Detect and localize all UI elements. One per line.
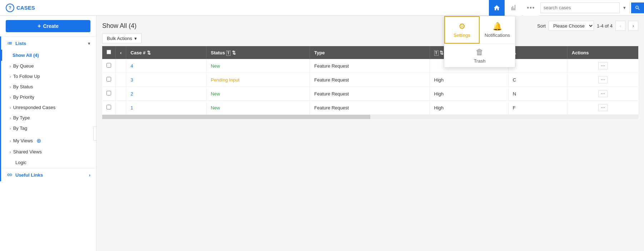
sidebar-item-by-queue[interactable]: › By Queue <box>1 61 96 71</box>
row-checkbox-cell <box>102 87 116 101</box>
horizontal-scrollbar[interactable] <box>102 115 638 119</box>
toolbar: Bulk Actions ▾ <box>96 34 644 46</box>
main-header: Show All (4) Sort Please Choose 1-4 of 4… <box>96 16 644 34</box>
sidebar-item-my-views[interactable]: › My Views ⊕ <box>1 135 96 147</box>
row-actions-button[interactable]: ⋯ <box>598 90 608 97</box>
row-actions-cell: ⋯ <box>567 73 638 87</box>
row-checkbox-cell <box>102 59 116 73</box>
table-row: 3 Pending Input Feature Request High C ⋯ <box>102 73 638 87</box>
col-case-number: Case # ⇅ <box>126 46 206 59</box>
lists-header[interactable]: Lists ▾ <box>1 36 96 50</box>
pagination-prev-button[interactable]: ‹ <box>615 21 625 31</box>
search-go-button[interactable] <box>631 3 644 13</box>
chevron-right-icon: › <box>10 95 11 99</box>
scrollbar-thumb[interactable] <box>102 115 370 119</box>
row-status: New <box>206 87 310 101</box>
bulk-actions-button[interactable]: Bulk Actions ▾ <box>102 34 142 43</box>
sidebar-item-show-all[interactable]: Show All (4) <box>1 50 96 61</box>
notifications-popup-item[interactable]: 🔔 Notifications <box>480 16 515 44</box>
notifications-label: Notifications <box>485 33 510 38</box>
chevron-right-icon: › <box>10 85 11 89</box>
create-button[interactable]: + Create <box>6 20 90 32</box>
sidebar-item-logic[interactable]: Logic <box>1 157 96 168</box>
row-checkbox-cell <box>102 73 116 87</box>
by-type-label: By Type <box>13 115 30 120</box>
show-all-label: Show All (4) <box>13 53 39 58</box>
home-button[interactable] <box>489 0 505 16</box>
chevron-right-icon: › <box>10 74 11 79</box>
select-all-checkbox[interactable] <box>106 50 111 54</box>
chevron-right-icon: › <box>10 126 11 131</box>
row-case-number[interactable]: 4 <box>126 59 206 73</box>
pagination-next-button[interactable]: › <box>628 21 638 31</box>
col-checkbox <box>102 46 116 59</box>
row-priority: High <box>430 101 508 115</box>
lists-chevron-down-icon: ▾ <box>88 41 90 46</box>
by-priority-label: By Priority <box>13 94 34 100</box>
row-type: Feature Request <box>310 59 430 73</box>
row-case-number[interactable]: 3 <box>126 73 206 87</box>
main-content: Show All (4) Sort Please Choose 1-4 of 4… <box>96 16 644 251</box>
sidebar-item-by-type[interactable]: › By Type <box>1 113 96 123</box>
search-dropdown-button[interactable]: ▾ <box>619 3 629 13</box>
sidebar-item-by-status[interactable]: › By Status <box>1 82 96 92</box>
by-queue-label: By Queue <box>13 63 34 69</box>
row-checkbox[interactable] <box>106 63 111 68</box>
row-case-number[interactable]: 1 <box>126 101 206 115</box>
trash-icon: 🗑 <box>476 48 484 57</box>
row-actions-button[interactable]: ⋯ <box>598 62 608 69</box>
to-follow-up-label: To Follow Up <box>13 74 40 79</box>
table-wrapper: ‹ Case # ⇅ Status T ⇅ Type T <box>96 46 644 115</box>
sort-select[interactable]: Please Choose <box>549 21 594 31</box>
useful-links-header[interactable]: Useful Links › <box>1 168 96 181</box>
row-checkbox[interactable] <box>106 105 111 109</box>
row-checkbox[interactable] <box>106 77 111 82</box>
status-sort-icon[interactable]: ⇅ <box>232 50 236 55</box>
row-actions-button[interactable]: ⋯ <box>598 104 608 111</box>
by-status-label: By Status <box>13 84 33 89</box>
search-input[interactable] <box>541 5 619 10</box>
my-views-label: My Views <box>13 138 33 143</box>
row-status: Pending Input <box>206 73 310 87</box>
unresponded-label: Unresponded Cases <box>13 105 56 110</box>
top-navigation: ? CASES ••• ▾ <box>0 0 644 16</box>
row-extra: F <box>508 101 567 115</box>
col-type: Type <box>310 46 430 59</box>
table-row: 1 New Feature Request High F ⋯ <box>102 101 638 115</box>
text-filter-icon-2[interactable]: T <box>434 50 439 56</box>
pagination-info: 1-4 of 4 <box>597 23 613 29</box>
sidebar-item-by-tag[interactable]: › By Tag <box>1 123 96 133</box>
sidebar-item-to-follow-up[interactable]: › To Follow Up <box>1 71 96 82</box>
chart-button[interactable] <box>506 0 522 16</box>
main-title: Show All (4) <box>102 22 137 30</box>
sidebar-item-unresponded[interactable]: › Unresponded Cases <box>1 102 96 113</box>
text-filter-icon[interactable]: T <box>226 50 231 56</box>
row-extra: N <box>508 87 567 101</box>
cases-table: ‹ Case # ⇅ Status T ⇅ Type T <box>102 46 638 115</box>
add-view-icon[interactable]: ⊕ <box>36 137 41 144</box>
priority-sort-icon[interactable]: ⇅ <box>440 50 444 55</box>
row-checkbox[interactable] <box>106 91 111 95</box>
row-case-number[interactable]: 2 <box>126 87 206 101</box>
row-extra: F <box>508 59 567 73</box>
row-actions-button[interactable]: ⋯ <box>598 76 608 83</box>
sidebar-item-by-priority[interactable]: › By Priority <box>1 92 96 102</box>
brand-icon: ? <box>6 4 14 12</box>
sidebar-collapse-handle[interactable]: ‹ <box>93 126 96 141</box>
table-header-row: ‹ Case # ⇅ Status T ⇅ Type T <box>102 46 638 59</box>
main-controls: Sort Please Choose 1-4 of 4 ‹ › <box>537 21 638 31</box>
trash-popup-item[interactable]: 🗑 Trash <box>474 48 486 64</box>
create-label: Create <box>43 23 59 29</box>
logic-label: Logic <box>15 160 26 165</box>
sort-icon[interactable]: ⇅ <box>147 50 151 55</box>
sidebar-item-shared-views[interactable]: › Shared Views <box>1 147 96 157</box>
useful-links-label: Useful Links <box>15 172 43 178</box>
bulk-actions-chevron-icon: ▾ <box>134 36 137 41</box>
more-button[interactable]: ••• <box>523 0 539 16</box>
lists-label: Lists <box>15 41 26 46</box>
settings-popup-item[interactable]: ⚙ Settings <box>444 16 480 44</box>
trash-label: Trash <box>474 58 486 64</box>
search-container: ▾ <box>540 3 630 13</box>
shared-views-label: Shared Views <box>13 149 42 154</box>
gear-icon: ⚙ <box>459 22 466 31</box>
